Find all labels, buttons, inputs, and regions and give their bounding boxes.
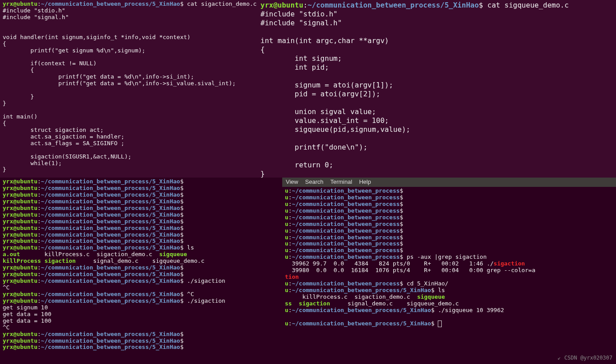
menu-help[interactable]: Help	[359, 178, 371, 185]
terminal-content: yrx@ubuntu:~/communication_between_proce…	[0, 178, 282, 352]
source-code-sigaction: #include "stdio.h" #include "signal.h" v…	[3, 7, 236, 173]
terminal-pane-run-sigaction[interactable]: yrx@ubuntu:~/communication_between_proce…	[0, 178, 282, 364]
source-code-sigqueue: #include "stdio.h" #include "signal.h" i…	[260, 10, 410, 178]
prompt-user: yrx@ubuntu	[260, 1, 303, 9]
watermark: ↙ CSDN @yrx020307	[558, 355, 612, 361]
menu-search[interactable]: Search	[305, 178, 324, 185]
prompt-user: yrx@ubuntu	[3, 0, 37, 7]
terminal-menubar[interactable]: View Search Terminal Help	[282, 178, 616, 187]
command-cat-sigaction: cat sigaction_demo.c	[187, 0, 257, 7]
terminal-content: yrx@ubuntu:~/communication_between_proce…	[258, 0, 616, 178]
terminal-content: u:~/communication_between_process$ u:~/c…	[282, 187, 616, 328]
command-cat-sigqueue: cat sigqueue_demo.c	[488, 1, 569, 9]
terminal-pane-sigqueue-source[interactable]: yrx@ubuntu:~/communication_between_proce…	[258, 0, 616, 178]
terminal-pane-sigaction-source[interactable]: yrx@ubuntu:~/communication_between_proce…	[0, 0, 258, 178]
prompt-path: ~/communication_between_process/5_XinHao	[308, 1, 479, 9]
prompt-path: ~/communication_between_process/5_XinHao	[41, 0, 180, 7]
arrow-icon: ↙	[558, 355, 561, 361]
watermark-text: CSDN @yrx020307	[564, 355, 612, 361]
terminal-pane-run-sigqueue[interactable]: View Search Terminal Help u:~/communicat…	[282, 178, 616, 364]
terminal-content: yrx@ubuntu:~/communication_between_proce…	[0, 0, 258, 174]
menu-view[interactable]: View	[286, 178, 298, 185]
menu-terminal[interactable]: Terminal	[330, 178, 352, 185]
